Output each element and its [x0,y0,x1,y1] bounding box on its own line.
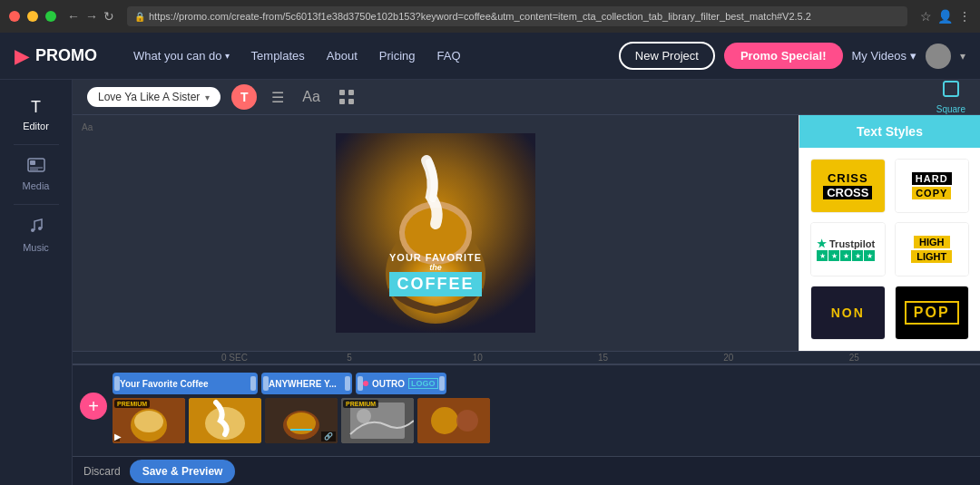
svg-point-5 [38,227,42,230]
avatar[interactable] [926,44,951,69]
chevron-down-icon: ▾ [910,49,916,63]
thumbnail-2[interactable] [189,398,261,443]
account-icon[interactable]: 👤 [937,9,953,24]
add-clip-button[interactable]: + [80,393,107,420]
clip-label: Your Favorite Coffee [120,379,209,389]
clips-area: Your Favorite Coffee ANYWHERE Y... OUTRO [113,373,980,443]
style-criss-cross[interactable]: CRISS CROSS [810,159,886,213]
grid-button[interactable] [335,85,358,109]
minimize-button[interactable] [27,11,38,22]
svg-point-23 [287,412,316,434]
url-text: https://promo.com/create-from/5c6013f1e3… [149,11,811,22]
browser-chrome: ← → ↻ 🔒 https://promo.com/create-from/5c… [0,0,980,33]
clip-handle-right[interactable] [345,376,350,391]
thumbnails-row: PREMIUM ▶ [113,398,980,443]
browser-actions: ☆ 👤 ⋮ [920,9,971,24]
sidebar-divider [14,204,59,205]
media-icon [27,158,45,177]
svg-rect-6 [339,90,345,95]
font-name: Love Ya Like A Sister [98,91,200,103]
main-layout: T Editor Media [0,80,980,485]
premium-badge: PREMIUM [343,400,378,408]
canvas-frame: YOUR FAVORITE the COFFEE [336,133,535,333]
nav-about[interactable]: About [318,44,367,68]
clip-your-favorite-coffee[interactable]: Your Favorite Coffee [113,373,258,394]
nav-pricing[interactable]: Pricing [370,44,425,68]
chevron-down-icon: ▾ [205,92,210,102]
svg-point-4 [31,228,34,232]
back-button[interactable]: ← [67,9,80,24]
nav-what-you-can-do[interactable]: What you can do ▾ [124,44,239,68]
logo[interactable]: ▶ PROMO [15,45,97,67]
svg-rect-10 [944,82,958,96]
sidebar: T Editor Media [0,80,73,485]
logo-icon: ▶ [15,45,28,67]
bookmark-icon[interactable]: ☆ [920,9,932,24]
style-grid: CRISS CROSS HARD COPY [799,148,980,351]
canvas-your-favorite: YOUR FAVORITE [345,252,526,263]
svg-rect-1 [30,160,35,165]
clip-handle-left[interactable] [358,376,363,391]
thumbnail-1[interactable]: PREMIUM ▶ [113,398,185,443]
sidebar-item-media[interactable]: Media [0,149,72,200]
my-videos-button[interactable]: My Videos ▾ [852,49,916,63]
sidebar-item-editor[interactable]: T Editor [0,89,72,141]
music-icon [28,218,44,238]
text-color-button[interactable]: T [231,84,257,110]
clip-outro[interactable]: OUTRO LOGO [356,373,446,394]
trustpilot-star-icon: ★ [817,238,827,250]
timeline-content: + Your Favorite Coffee ANYWHERE Y... [73,365,980,456]
editor-icon: T [31,98,41,117]
svg-rect-7 [348,90,354,95]
lock-icon: 🔒 [134,12,145,22]
clip-handle-right[interactable] [250,376,256,391]
chevron-down-icon[interactable]: ▾ [960,50,965,63]
chevron-down-icon: ▾ [225,51,230,61]
text-styles-header: Text Styles [799,115,980,148]
clip-anywhere[interactable]: ANYWHERE Y... [261,373,352,394]
nav-links: What you can do ▾ Templates About Pricin… [124,44,601,68]
thumbnail-4[interactable]: PREMIUM [341,398,414,443]
reload-button[interactable]: ↻ [103,9,114,24]
timeline-ruler-top: 0 SEC 5 10 15 20 25 [73,351,980,364]
style-hard-copy[interactable]: HARD COPY [895,159,970,213]
clip-label: ANYWHERE Y... [269,379,337,389]
new-project-button[interactable]: New Project [619,42,715,70]
text-styles-panel: Text Styles CRISS CROSS HARD COPY [799,115,980,351]
save-preview-button[interactable]: Save & Preview [130,460,236,483]
canvas-coffee-text: COFFEE [389,272,481,296]
align-button[interactable]: ☰ [268,85,288,110]
bottom-bar: Discard Save & Preview [73,456,980,485]
canvas-text-overlay: YOUR FAVORITE the COFFEE [345,252,526,296]
canvas-label: Aa [82,122,93,132]
style-neon[interactable]: nON [810,286,886,340]
maximize-button[interactable] [45,11,56,22]
address-bar[interactable]: 🔒 https://promo.com/create-from/5c6013f1… [127,6,907,26]
style-highlight[interactable]: HIGH LIGHT [895,222,970,276]
clip-handle-left[interactable] [114,376,120,391]
discard-button[interactable]: Discard [83,465,121,478]
font-selector[interactable]: Love Ya Like A Sister ▾ [87,87,220,107]
square-icon [942,80,960,102]
close-button[interactable] [9,11,20,22]
forward-button[interactable]: → [85,9,98,24]
font-size-button[interactable]: Aa [299,85,324,109]
nav-faq[interactable]: FAQ [428,44,470,68]
side-panel-area: Aa [73,115,980,351]
menu-icon[interactable]: ⋮ [958,9,971,24]
nav-templates[interactable]: Templates [242,44,314,68]
promo-special-button[interactable]: Promo Special! [724,43,843,69]
clip-handle-left[interactable] [263,376,269,391]
clip-handle-right[interactable] [439,376,445,391]
style-trustpilot[interactable]: ★ Trustpilot ★ ★ ★ ★ ★ [810,222,886,276]
style-pop[interactable]: POP [895,286,970,340]
thumbnail-3[interactable]: 🔗 [265,398,338,443]
sidebar-item-music[interactable]: Music [0,209,72,262]
square-shape-button[interactable]: Square [936,80,965,114]
svg-point-29 [431,407,458,434]
premium-badge: PREMIUM [114,400,150,408]
svg-point-30 [456,410,478,432]
play-icon: ▶ [114,432,122,441]
svg-point-27 [357,409,371,423]
thumbnail-5[interactable] [417,398,490,443]
